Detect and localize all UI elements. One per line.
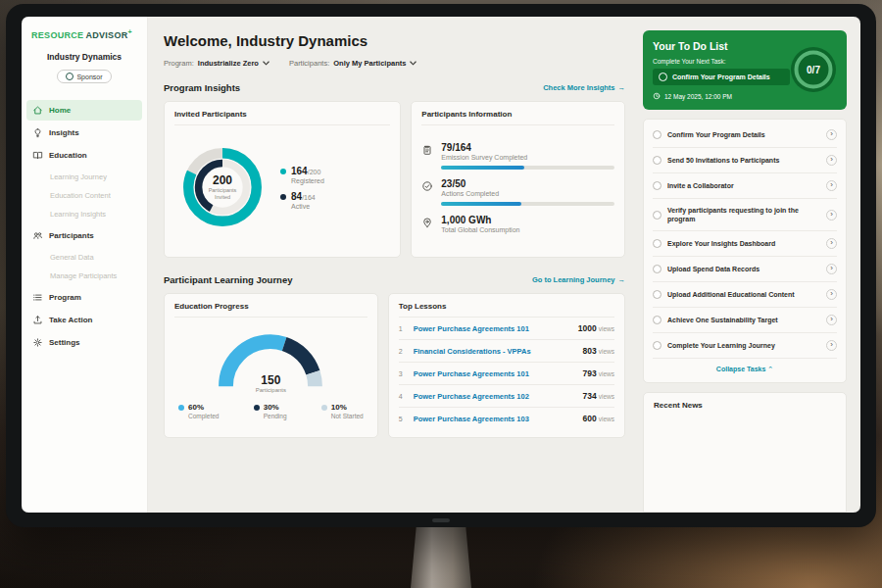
sidebar-item-participants[interactable]: Participants bbox=[26, 225, 142, 246]
sidebar-item-label: Take Action bbox=[49, 316, 92, 324]
next-task-row[interactable]: Confirm Your Program Details bbox=[653, 69, 790, 85]
legend-dot bbox=[321, 405, 327, 411]
legend-value: 164/200 bbox=[291, 166, 324, 176]
sidebar-item-program[interactable]: Program bbox=[26, 287, 142, 308]
checkbox-icon[interactable] bbox=[653, 265, 662, 273]
logo-resource: RESOURCE bbox=[31, 30, 83, 40]
donut-center-value: 200 bbox=[213, 173, 232, 187]
app-logo[interactable]: RESOURCEADVISOR+ bbox=[22, 28, 147, 40]
sidebar-subitem-education-content[interactable]: Education Content bbox=[22, 186, 147, 205]
lesson-link[interactable]: Power Purchase Agreements 102 bbox=[414, 392, 576, 401]
sidebar-item-education[interactable]: Education bbox=[26, 145, 142, 166]
donut-legend: 164/200Registered84/164Active bbox=[280, 159, 324, 217]
task-label: Upload Additional Educational Content bbox=[667, 290, 820, 299]
card-title: Education Progress bbox=[174, 302, 368, 318]
todo-panel: Your To Do List Complete Your Next Task:… bbox=[637, 17, 860, 513]
lesson-row-1: 1Power Purchase Agreements 1011000views bbox=[399, 318, 614, 340]
checkbox-icon[interactable] bbox=[653, 130, 662, 139]
insights-icon bbox=[32, 127, 43, 138]
sidebar-subitem-manage-participants[interactable]: Manage Participants bbox=[22, 267, 147, 285]
filter-bar: Program: Industrialize Zero Participants… bbox=[164, 59, 625, 68]
collapse-tasks-link[interactable]: Collapse Tasks ⌃ bbox=[653, 359, 837, 379]
todo-task-upload-additional-educational-content[interactable]: Upload Additional Educational Content› bbox=[653, 282, 837, 308]
go-to-learning-journey-link[interactable]: Go to Learning Journey→ bbox=[532, 275, 625, 284]
sidebar-item-label: Home bbox=[49, 106, 71, 115]
card-title: Participants Information bbox=[421, 110, 614, 125]
sidebar-item-home[interactable]: Home bbox=[26, 100, 142, 121]
chevron-right-icon[interactable]: › bbox=[826, 340, 837, 351]
dashboard-screen: RESOURCEADVISOR+ Industry Dynamics Spons… bbox=[22, 17, 860, 513]
chevron-right-icon[interactable]: › bbox=[826, 210, 837, 220]
chevron-right-icon[interactable]: › bbox=[826, 129, 837, 140]
chevron-right-icon[interactable]: › bbox=[826, 264, 837, 274]
legend-item-completed: 60%Completed bbox=[178, 403, 219, 419]
todo-task-send-50-invitations-to-participants[interactable]: Send 50 Invitations to Participants› bbox=[653, 148, 837, 173]
section-title-program-insights: Program Insights bbox=[164, 82, 240, 93]
checkbox-icon[interactable] bbox=[653, 239, 662, 248]
lesson-link[interactable]: Power Purchase Agreements 103 bbox=[414, 415, 576, 423]
lesson-link[interactable]: Power Purchase Agreements 101 bbox=[414, 369, 576, 378]
program-filter[interactable]: Program: Industrialize Zero bbox=[164, 59, 270, 68]
check-more-insights-link[interactable]: Check More Insights→ bbox=[543, 83, 625, 92]
chevron-right-icon[interactable]: › bbox=[826, 289, 837, 300]
checkbox-icon[interactable] bbox=[653, 211, 662, 220]
legend-percent: 60% bbox=[188, 403, 219, 412]
todo-task-explore-your-insights-dashboard[interactable]: Explore Your Insights Dashboard› bbox=[653, 231, 837, 257]
todo-task-confirm-your-program-details[interactable]: Confirm Your Program Details› bbox=[653, 122, 837, 148]
education-gauge-chart: 150 Participants bbox=[213, 328, 328, 393]
todo-task-invite-a-collaborator[interactable]: Invite a Collaborator› bbox=[653, 173, 837, 199]
sidebar-item-insights[interactable]: Insights bbox=[26, 122, 142, 143]
invited-donut-chart: 200 Participants Invited bbox=[176, 141, 269, 233]
lesson-link[interactable]: Power Purchase Agreements 101 bbox=[414, 324, 571, 333]
legend-item-pending: 30%Pending bbox=[254, 403, 287, 419]
participants-filter-value[interactable]: Only My Participants bbox=[333, 59, 406, 68]
checkbox-icon[interactable] bbox=[653, 290, 662, 299]
checkbox-icon[interactable] bbox=[653, 341, 662, 350]
checkbox-icon[interactable] bbox=[659, 73, 667, 81]
chevron-right-icon[interactable]: › bbox=[826, 155, 837, 166]
program-filter-value[interactable]: Industrialize Zero bbox=[198, 59, 259, 68]
clock-icon bbox=[653, 92, 661, 100]
sidebar-subitem-general-data[interactable]: General Data bbox=[22, 248, 147, 267]
sidebar-item-label: Settings bbox=[49, 338, 80, 347]
chevron-right-icon[interactable]: › bbox=[826, 238, 837, 249]
task-label: Explore Your Insights Dashboard bbox=[667, 239, 820, 248]
sidebar-subitem-learning-journey[interactable]: Learning Journey bbox=[22, 168, 147, 186]
home-icon bbox=[32, 105, 43, 116]
todo-task-upload-spend-data-records[interactable]: Upload Spend Data Records› bbox=[653, 257, 837, 282]
checkbox-icon[interactable] bbox=[653, 316, 662, 324]
stat-value: 1,000 GWh bbox=[441, 215, 614, 225]
todo-summary-card: Your To Do List Complete Your Next Task:… bbox=[643, 30, 847, 110]
lesson-link[interactable]: Financial Considerations - VPPAs bbox=[414, 347, 576, 356]
todo-task-list-card: Confirm Your Program Details›Send 50 Inv… bbox=[643, 119, 847, 383]
todo-task-achieve-one-sustainability-target[interactable]: Achieve One Sustainability Target› bbox=[653, 308, 837, 333]
take-action-icon bbox=[32, 315, 43, 325]
monitor-frame: RESOURCEADVISOR+ Industry Dynamics Spons… bbox=[6, 4, 876, 527]
logo-advisor: ADVISOR bbox=[85, 30, 127, 40]
lesson-views: 734views bbox=[583, 391, 614, 401]
lesson-row-5: 5Power Purchase Agreements 103600views bbox=[399, 408, 614, 429]
sidebar-subitem-learning-insights[interactable]: Learning Insights bbox=[22, 205, 147, 223]
lesson-rank: 4 bbox=[399, 393, 407, 400]
participants-filter[interactable]: Participants: Only My Participants bbox=[289, 59, 416, 68]
lesson-rank: 3 bbox=[399, 370, 407, 377]
sidebar-item-take-action[interactable]: Take Action bbox=[26, 310, 142, 330]
legend-dot bbox=[280, 194, 286, 200]
checkbox-icon[interactable] bbox=[653, 181, 662, 190]
due-date-row: 12 May 2025, 12:00 PM bbox=[653, 92, 837, 100]
arrow-right-icon: → bbox=[618, 275, 626, 284]
lesson-rank: 5 bbox=[399, 416, 407, 422]
gauge-center-value: 150 bbox=[213, 373, 328, 387]
todo-task-complete-your-learning-journey[interactable]: Complete Your Learning Journey› bbox=[653, 333, 837, 359]
checkbox-icon[interactable] bbox=[653, 156, 662, 165]
lesson-row-3: 3Power Purchase Agreements 101793views bbox=[399, 363, 614, 385]
sidebar-item-settings[interactable]: Settings bbox=[26, 332, 142, 353]
chevron-right-icon[interactable]: › bbox=[826, 315, 837, 325]
task-label: Upload Spend Data Records bbox=[667, 265, 820, 273]
chevron-down-icon bbox=[263, 61, 270, 66]
due-date-text: 12 May 2025, 12:00 PM bbox=[664, 93, 732, 100]
chevron-right-icon[interactable]: › bbox=[826, 180, 837, 191]
program-filter-label: Program: bbox=[164, 59, 194, 68]
todo-task-verify-participants-requesting-to-join-the-program[interactable]: Verify participants requesting to join t… bbox=[653, 199, 837, 231]
top-lessons-card: Top Lessons 1Power Purchase Agreements 1… bbox=[388, 293, 625, 438]
